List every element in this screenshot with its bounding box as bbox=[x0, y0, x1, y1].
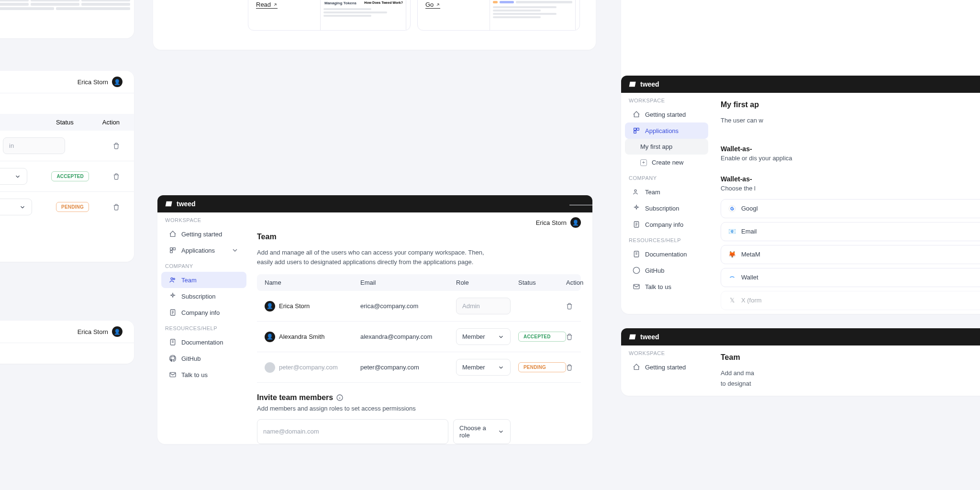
sidebar-item-documentation[interactable]: Documentation bbox=[161, 334, 246, 350]
sidebar-item-github[interactable]: GitHub bbox=[161, 350, 246, 367]
sidebar-item-subscription[interactable]: Subscription bbox=[625, 200, 708, 216]
brand-name: tweed bbox=[640, 333, 659, 341]
panel-getting-started: COMPANY Team Subscription Company info R… bbox=[153, 0, 596, 50]
github-icon bbox=[633, 267, 640, 274]
user-chip[interactable]: Erica Storn 👤 bbox=[78, 326, 122, 337]
sidebar-sub-app[interactable]: My first app bbox=[625, 139, 708, 155]
role-select[interactable]: Member bbox=[456, 359, 511, 376]
document-icon bbox=[169, 309, 177, 316]
sidebar-item-team[interactable]: Team bbox=[625, 184, 708, 200]
sidebar-item-applications[interactable]: Applications bbox=[161, 242, 246, 258]
users-icon bbox=[169, 276, 177, 284]
app-subtitle: The user can w bbox=[721, 116, 980, 125]
heading-waas: Wallet-as- bbox=[721, 145, 980, 153]
sparkle-icon bbox=[169, 292, 177, 300]
sidebar-item-applications[interactable]: Applications bbox=[625, 122, 708, 139]
trash-icon[interactable] bbox=[566, 303, 573, 310]
role-select[interactable]: nber bbox=[0, 168, 27, 185]
link-go[interactable]: Go bbox=[425, 1, 440, 9]
role-select[interactable]: Member bbox=[456, 328, 511, 345]
book-icon bbox=[169, 338, 177, 346]
sidebar-item-team[interactable]: Team bbox=[161, 272, 246, 288]
svg-rect-6 bbox=[173, 248, 176, 250]
sidebar-item-getting-started[interactable]: Getting started bbox=[625, 359, 708, 375]
book-icon bbox=[633, 250, 640, 258]
brand-logo-icon bbox=[165, 200, 173, 208]
sidebar-item-talk-to-us[interactable]: Talk to us bbox=[625, 278, 708, 295]
heading-team: Team bbox=[257, 233, 581, 241]
invite-role-select[interactable]: Choose a role bbox=[453, 419, 511, 444]
login-option-metamask[interactable]: 🦊MetaM bbox=[721, 245, 980, 264]
sidebar: WORKSPACE Getting started bbox=[621, 345, 712, 375]
panel-app-detail: tweed WORKSPACE Getting started Applicat… bbox=[621, 76, 980, 314]
trash-icon[interactable] bbox=[113, 143, 120, 149]
mail-icon bbox=[169, 371, 177, 379]
x-icon: 𝕏 bbox=[728, 296, 736, 305]
metamask-icon: 🦊 bbox=[728, 250, 736, 259]
heading-login: Wallet-as- bbox=[721, 175, 980, 183]
doc-thumb: Managing Tokens How Does Tweed Work? bbox=[320, 0, 406, 31]
resource-github[interactable]: GitHub Go bbox=[417, 0, 580, 31]
login-option-x[interactable]: 𝕏X (form bbox=[721, 291, 980, 310]
github-thumb bbox=[490, 0, 576, 31]
trash-icon[interactable] bbox=[113, 173, 120, 180]
user-chip[interactable]: Erica Storn 👤 bbox=[78, 77, 122, 87]
svg-rect-16 bbox=[634, 131, 636, 134]
login-option-google[interactable]: Googl bbox=[721, 199, 980, 218]
role-select[interactable]: nber bbox=[0, 199, 32, 215]
app-header: tweed bbox=[621, 76, 980, 93]
status-badge-accepted: ACCEPTED bbox=[51, 171, 89, 181]
svg-point-17 bbox=[635, 189, 636, 191]
thumbnail-card bbox=[0, 0, 134, 38]
sidebar-item-company-info[interactable]: Company info bbox=[161, 304, 246, 321]
section-workspace: WORKSPACE bbox=[157, 212, 250, 226]
tab-general[interactable]: Gen bbox=[721, 130, 980, 137]
walletconnect-icon bbox=[728, 273, 736, 282]
login-desc: Choose the l bbox=[721, 184, 980, 193]
user-chip[interactable]: Erica Storn 👤 bbox=[536, 217, 581, 228]
mail-icon bbox=[633, 283, 640, 290]
login-option-walletconnect[interactable]: Wallet bbox=[721, 268, 980, 287]
resource-documentation[interactable]: Documentation Read Managing Tokens How D… bbox=[248, 0, 411, 31]
home-icon bbox=[633, 363, 640, 371]
user-name: Erica Storn bbox=[536, 219, 567, 226]
cell-email: alexandra@company.com bbox=[360, 333, 456, 340]
section-company: COMPANY bbox=[621, 170, 712, 184]
invite-email-input[interactable] bbox=[257, 419, 448, 444]
sidebar-item-company-info[interactable]: Company info bbox=[625, 216, 708, 233]
link-read[interactable]: Read bbox=[256, 1, 278, 9]
sidebar-sub-create[interactable]: + Create new bbox=[625, 155, 708, 170]
external-icon bbox=[435, 2, 440, 7]
sidebar-item-getting-started[interactable]: Getting started bbox=[161, 226, 246, 242]
trash-icon[interactable] bbox=[566, 334, 573, 340]
fragment-team-bottom: Erica Storn 👤 ily add users bbox=[0, 321, 134, 364]
avatar: 👤 bbox=[265, 332, 275, 342]
section-resources: RESOURCES/HELP bbox=[157, 321, 250, 334]
waas-desc: Enable or dis your applica bbox=[721, 154, 980, 163]
heading-app-title: My first ap bbox=[721, 100, 980, 109]
sidebar-item-documentation[interactable]: Documentation bbox=[625, 246, 708, 262]
sidebar-item-getting-started[interactable]: Getting started bbox=[625, 106, 708, 122]
cell-name: Erica Storn bbox=[279, 302, 310, 310]
sidebar: WORKSPACE Getting started Applications C… bbox=[157, 212, 250, 383]
brand-name: tweed bbox=[177, 200, 196, 208]
sidebar-item-talk-to-us[interactable]: Talk to us bbox=[161, 367, 246, 383]
app-header: tweed bbox=[621, 328, 980, 345]
google-icon bbox=[728, 204, 736, 213]
chevron-down-icon bbox=[231, 246, 239, 254]
email-icon: 📧 bbox=[728, 227, 736, 236]
status-badge-accepted: ACCEPTED bbox=[518, 332, 566, 342]
login-option-email[interactable]: 📧Email bbox=[721, 222, 980, 241]
plus-icon: + bbox=[640, 159, 647, 166]
trash-icon[interactable] bbox=[113, 204, 120, 211]
col-action: Action bbox=[102, 119, 120, 126]
table-row: 👤Alexandra Smith alexandra@company.com M… bbox=[257, 322, 581, 352]
info-icon[interactable] bbox=[336, 394, 344, 401]
sidebar-item-subscription[interactable]: Subscription bbox=[161, 288, 246, 304]
fragment-team-top: Erica Storn 👤 ily add users Status Actio… bbox=[0, 71, 134, 262]
svg-rect-5 bbox=[170, 248, 173, 250]
trash-icon[interactable] bbox=[566, 364, 573, 371]
avatar: 👤 bbox=[265, 301, 275, 312]
sidebar-item-github[interactable]: GitHub bbox=[625, 262, 708, 278]
avatar: 👤 bbox=[112, 326, 122, 337]
